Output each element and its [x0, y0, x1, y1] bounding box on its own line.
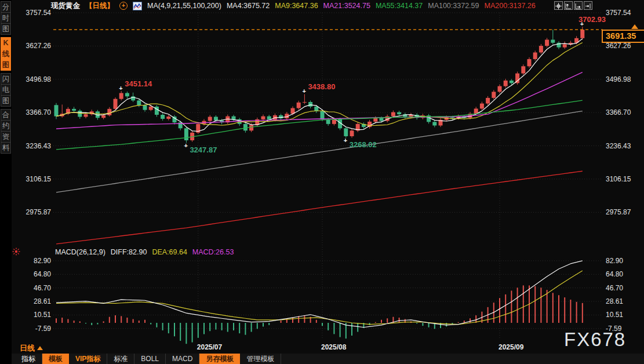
chevron-up-icon: [37, 346, 43, 350]
extreme-marker: +: [184, 142, 187, 149]
sidebar-tab-char: 时: [1, 12, 11, 24]
macd-macd-value: MACD:26.53: [192, 248, 234, 256]
ma-values: MA4:3675.72MA9:3647.36MA21:3524.75MA55:3…: [227, 2, 536, 10]
bottom-tab-MACD[interactable]: MACD: [166, 354, 199, 364]
sidebar-tab-char: 图: [1, 95, 11, 107]
current-price-box: 3691.35: [602, 30, 644, 43]
bottom-tab-另存模板[interactable]: 另存模板: [199, 354, 240, 364]
bottom-tab-标准[interactable]: 标准: [107, 354, 134, 364]
crosshair-icon[interactable]: [554, 1, 563, 10]
extreme-marker: +: [119, 85, 122, 92]
bottom-tab-模板[interactable]: 模板: [42, 354, 69, 364]
ma-value-1: MA9:3647.36: [275, 2, 318, 10]
sidebar-tab-char: 线: [1, 48, 11, 60]
ma-value-4: MA100:3372.59: [428, 2, 479, 10]
extreme-marker: +: [302, 88, 305, 94]
sidebar-tab-char: 闪: [1, 73, 11, 85]
sidebar-tab-contract-info[interactable]: 合约资料: [1, 109, 12, 154]
symbol-name: 现货黄金: [51, 1, 80, 11]
go-to-latest-icon[interactable]: [584, 1, 592, 10]
period-tag[interactable]: 【日线】: [85, 1, 114, 11]
sidebar-tab-char: 图: [1, 59, 11, 71]
high-annotation: 3451.14: [125, 79, 152, 88]
price-up-arrow-icon: [631, 24, 638, 29]
sidebar-tab-char: 资: [1, 131, 11, 143]
alert-burst-icon: [12, 247, 20, 258]
sidebar-tab-flash-chart[interactable]: 闪电图: [1, 73, 12, 107]
period-selector[interactable]: 日线: [20, 343, 43, 354]
sidebar-tab-char: 图: [1, 23, 11, 35]
sidebar-tab-candle-chart[interactable]: K线图: [1, 37, 12, 71]
sidebar-tab-char: 料: [1, 142, 11, 154]
x-axis-zoom-icon[interactable]: [574, 1, 583, 10]
low-annotation: 3268.02: [350, 140, 377, 149]
ma-value-0: MA4:3675.72: [227, 2, 270, 10]
high-annotation: 3702.93: [578, 15, 606, 24]
ma-value-3: MA55:3414.37: [376, 2, 423, 10]
watermark: FX678: [564, 329, 626, 351]
extreme-marker: +: [344, 137, 347, 144]
chart-header: 现货黄金 【日线】 + MA(4,9,21,55,100,200) MA4:36…: [51, 1, 536, 11]
chart-canvas[interactable]: [0, 0, 644, 364]
sidebar-tab-char: 约: [1, 120, 11, 132]
sidebar-tab-char: 分: [1, 1, 11, 13]
y-axis-zoom-icon[interactable]: [564, 1, 573, 10]
sidebar-tab-char: 电: [1, 84, 11, 96]
chart-app: 分时图K线图闪电图合约资料 现货黄金 【日线】 + MA(4,9,21,55,1…: [0, 0, 644, 364]
macd-diff-value: DIFF:82.90: [111, 248, 147, 256]
ma-value-2: MA21:3524.75: [323, 2, 370, 10]
period-selector-label: 日线: [20, 344, 35, 352]
sidebar-tab-time-chart[interactable]: 分时图: [1, 1, 12, 35]
bottom-tab-BOLL[interactable]: BOLL: [134, 354, 166, 364]
ma-value-5: MA200:3137.26: [484, 2, 535, 10]
sidebar-tab-char: 合: [1, 109, 11, 121]
low-annotation: 3247.87: [190, 145, 217, 154]
chart-toolbar: [554, 1, 592, 10]
high-annotation: 3438.80: [308, 82, 335, 91]
macd-title: MACD(26,12,9): [55, 248, 105, 256]
sidebar-tab-char: K: [1, 37, 11, 49]
bottom-toolbar: 指标模板VIP指标标准BOLLMACD另存模板管理模板: [12, 354, 644, 364]
bottom-tab-管理模板[interactable]: 管理模板: [240, 354, 281, 364]
ma-config: MA(4,9,21,55,100,200): [147, 2, 221, 10]
macd-dea-value: DEA:69.64: [152, 248, 187, 256]
chart-type-icon[interactable]: [133, 2, 142, 10]
bottom-tab-VIP指标[interactable]: VIP指标: [69, 354, 107, 364]
macd-header: MACD(26,12,9) DIFF:82.90 DEA:69.64 MACD:…: [55, 248, 234, 256]
bottom-tab-指标[interactable]: 指标: [15, 354, 42, 364]
add-indicator-icon[interactable]: +: [119, 2, 128, 10]
sidebar: 分时图K线图闪电图合约资料: [0, 0, 12, 364]
